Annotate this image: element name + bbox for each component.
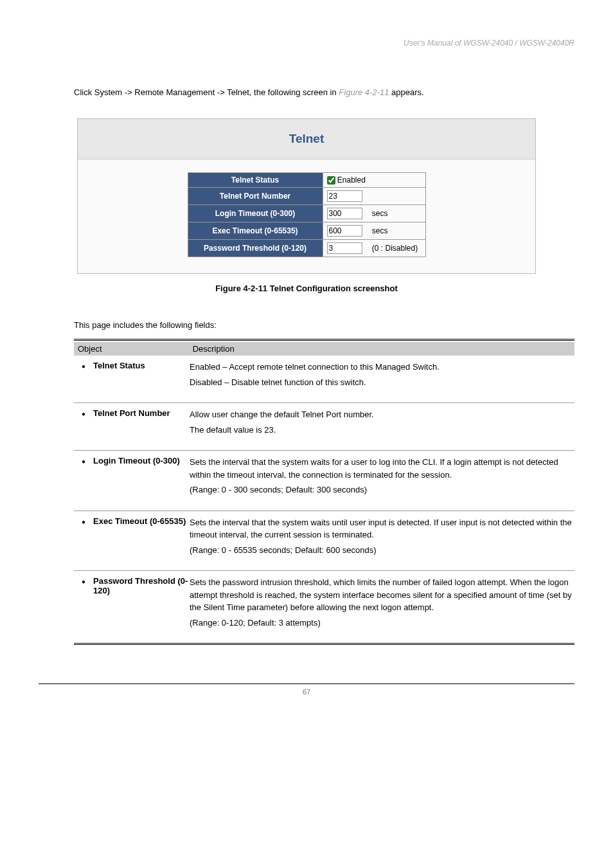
row-login-timeout: Login Timeout (0-300) secs — [188, 204, 425, 222]
param-label: Telnet Port Number — [93, 408, 190, 418]
intro-text2: appears. — [391, 87, 424, 97]
intro-figref: Figure 4-2-11 — [339, 87, 389, 97]
password-threshold-input[interactable] — [327, 242, 362, 254]
figcap-rest: Telnet Configuration screenshot — [267, 284, 398, 293]
bullet-icon: ● — [74, 576, 93, 585]
cell-telnet-status: Enabled — [323, 172, 425, 187]
telnet-status-checkbox[interactable] — [327, 176, 335, 185]
label-password-threshold: Password Threshold (0-120) — [188, 239, 323, 257]
exec-timeout-after: secs — [372, 226, 388, 235]
label-exec-timeout: Exec Timeout (0-65535) — [188, 222, 323, 239]
login-timeout-input[interactable] — [327, 208, 362, 219]
telnet-status-after: Enabled — [337, 176, 366, 185]
desc-line: Sets the password intrusion threshold, w… — [190, 576, 574, 614]
figure-caption: Figure 4-2-11 Telnet Configuration scree… — [39, 284, 574, 293]
cell-password-threshold: (0 : Disabled) — [323, 239, 425, 257]
header-object: Object — [78, 344, 190, 354]
desc-line: Enabled – Accept remote telnet connectio… — [190, 361, 574, 374]
table-header-row: Object Description — [74, 342, 574, 356]
cell-exec-timeout: secs — [323, 222, 425, 239]
param-desc: Sets the interval that the system waits … — [190, 456, 574, 499]
desc-line: (Range: 0 - 300 seconds; Default: 300 se… — [190, 484, 574, 496]
telnet-title: Telnet — [78, 125, 535, 159]
desc-line: Allow user change the default Telnet Por… — [190, 408, 574, 421]
telnet-panel: Telnet Telnet Status Enabled Telnet Port… — [77, 118, 536, 274]
desc-line: Sets the interval that the system waits … — [190, 456, 574, 481]
exec-timeout-input[interactable] — [327, 225, 362, 237]
telnet-inner: Telnet Status Enabled Telnet Port Number… — [78, 159, 535, 273]
row-exec-timeout: Exec Timeout (0-65535) secs — [188, 222, 425, 239]
param-login-timeout: ● Login Timeout (0-300) Sets the interva… — [74, 451, 574, 511]
page-footer: 67 — [39, 683, 574, 696]
param-desc: Sets the interval that the system waits … — [190, 516, 574, 559]
param-desc: Allow user change the default Telnet Por… — [190, 408, 574, 439]
label-login-timeout: Login Timeout (0-300) — [188, 204, 323, 222]
cell-port-number — [323, 187, 425, 204]
desc-line: Disabled – Disable telnet function of th… — [190, 376, 574, 389]
cell-login-timeout: secs — [323, 204, 425, 222]
param-desc: Enabled – Accept remote telnet connectio… — [190, 361, 574, 391]
telnet-config-table: Telnet Status Enabled Telnet Port Number… — [188, 172, 426, 257]
row-telnet-status: Telnet Status Enabled — [188, 172, 425, 187]
manual-header: User's Manual of WGSW-24040 / WGSW-24040… — [39, 39, 574, 48]
table-top-rule — [74, 339, 574, 341]
intro-paragraph: Click System -> Remote Management -> Tel… — [39, 86, 574, 99]
label-port-number: Telnet Port Number — [188, 187, 323, 204]
param-label: Password Threshold (0-120) — [93, 576, 190, 595]
param-label: Exec Timeout (0-65535) — [93, 516, 190, 526]
parameter-table: Object Description ● Telnet Status Enabl… — [39, 339, 574, 645]
port-number-input[interactable] — [327, 190, 362, 202]
param-port-number: ● Telnet Port Number Allow user change t… — [74, 403, 574, 451]
desc-line: The default value is 23. — [190, 424, 574, 437]
row-port-number: Telnet Port Number — [188, 187, 425, 204]
bullet-icon: ● — [74, 408, 93, 417]
bullet-icon: ● — [74, 361, 93, 370]
label-telnet-status: Telnet Status — [188, 172, 323, 187]
param-telnet-status: ● Telnet Status Enabled – Accept remote … — [74, 356, 574, 403]
password-threshold-after: (0 : Disabled) — [372, 244, 418, 253]
desc-line: (Range: 0 - 65535 seconds; Default: 600 … — [190, 544, 574, 557]
description-intro: This page includes the following fields: — [39, 319, 574, 332]
bullet-icon: ● — [74, 516, 93, 525]
login-timeout-after: secs — [372, 209, 388, 218]
param-list: ● Telnet Status Enabled – Accept remote … — [74, 356, 574, 645]
figcap-ref: Figure 4-2-11 — [215, 284, 267, 293]
row-password-threshold: Password Threshold (0-120) (0 : Disabled… — [188, 239, 425, 257]
bullet-icon: ● — [74, 456, 93, 465]
param-label: Login Timeout (0-300) — [93, 456, 190, 466]
param-password-threshold: ● Password Threshold (0-120) Sets the pa… — [74, 571, 574, 645]
param-desc: Sets the password intrusion threshold, w… — [190, 576, 574, 631]
intro-text1: Click System -> Remote Management -> Tel… — [74, 87, 339, 97]
desc-line: Sets the interval that the system waits … — [190, 516, 574, 541]
desc-line: (Range: 0-120; Default: 3 attempts) — [190, 617, 574, 629]
param-exec-timeout: ● Exec Timeout (0-65535) Sets the interv… — [74, 511, 574, 572]
param-label: Telnet Status — [93, 361, 190, 370]
header-description: Description — [193, 344, 235, 354]
